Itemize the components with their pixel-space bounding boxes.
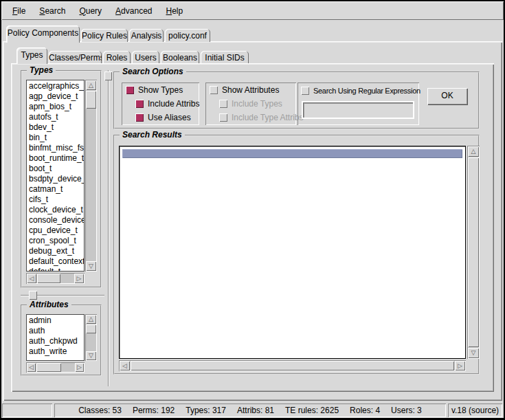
checkbox-indicator: [126, 86, 134, 94]
scroll-left-icon[interactable]: ◁: [27, 363, 36, 372]
tab-policy-components[interactable]: Policy Components: [6, 25, 80, 43]
attribute-list-item[interactable]: auth: [29, 326, 84, 336]
type-list-item[interactable]: cron_spool_t: [29, 236, 84, 246]
checkbox-label: Include Type Attribs: [232, 113, 304, 122]
pane-sash-handle[interactable]: [29, 291, 37, 300]
tab-roles[interactable]: Roles: [103, 51, 131, 63]
checkbox-label: Search Using Regular Expression: [313, 87, 420, 95]
checkbox-include-attribs[interactable]: Include Attribs: [135, 98, 199, 109]
checkbox-show-types[interactable]: Show Types: [126, 85, 183, 96]
checkbox-label: Include Attribs: [148, 99, 199, 109]
stat-attribs: Attribs: 81: [237, 406, 274, 415]
attribute-list-item[interactable]: admin: [29, 316, 84, 326]
scroll-down-icon[interactable]: ▽: [468, 348, 479, 358]
type-list-item[interactable]: cpu_device_t: [29, 225, 84, 236]
type-list-item[interactable]: autofs_t: [29, 112, 84, 122]
scroll-right-icon[interactable]: ▷: [455, 361, 465, 371]
scroll-up-icon[interactable]: △: [468, 146, 479, 157]
regex-input[interactable]: [303, 102, 413, 118]
search-results-title: Search Results: [120, 130, 185, 140]
scrollbar-thumb[interactable]: [86, 324, 96, 333]
statusbar-left: [2, 404, 52, 417]
scroll-down-icon[interactable]: ▽: [86, 261, 96, 271]
types-panel-title: Types: [27, 65, 56, 75]
scroll-up-icon[interactable]: △: [86, 315, 96, 324]
checkbox-label: Use Aliases: [148, 113, 191, 122]
type-list-item[interactable]: clock_device_t: [29, 205, 84, 215]
scrollbar-thumb[interactable]: [36, 363, 61, 372]
checkbox-label: Show Types: [138, 85, 183, 95]
checkbox-include-type-attribs[interactable]: Include Type Attribs: [219, 112, 304, 123]
menubar: File Search Query Advanced Help: [1, 1, 504, 20]
attributes-listbox[interactable]: adminauthauth_chkpwdauth_write: [26, 314, 85, 361]
type-list-item[interactable]: boot_runtime_t: [29, 153, 84, 164]
types-panel: Types accelgraphics_eagp_device_tapm_bio…: [21, 70, 102, 288]
tab-analysis[interactable]: Analysis: [129, 29, 164, 42]
attributes-hscrollbar[interactable]: ◁ ▷: [26, 362, 85, 373]
version-label: v.18 (source): [451, 406, 499, 415]
scrollbar-thumb[interactable]: [86, 91, 96, 109]
type-list-item[interactable]: default_t: [29, 267, 84, 272]
scrollbar-thumb[interactable]: [468, 157, 479, 347]
types-listbox[interactable]: accelgraphics_eagp_device_tapm_bios_taut…: [26, 80, 85, 272]
type-list-item[interactable]: binfmt_misc_fs: [29, 143, 84, 153]
text-selection-bar: [122, 149, 462, 158]
type-list-item[interactable]: boot_t: [29, 164, 84, 174]
scroll-right-icon[interactable]: ▷: [74, 274, 84, 283]
menu-search[interactable]: Search: [32, 3, 72, 19]
search-results-textarea[interactable]: [119, 146, 466, 359]
statusbar-stats: Classes: 53 Perms: 192 Types: 317 Attrib…: [54, 404, 446, 417]
type-list-item[interactable]: debug_ext_t: [29, 246, 84, 256]
attribute-list-item[interactable]: auth_write: [29, 346, 84, 357]
scroll-left-icon[interactable]: ◁: [27, 274, 36, 283]
tab-types[interactable]: Types: [16, 47, 47, 64]
type-list-item[interactable]: accelgraphics_e: [29, 81, 84, 91]
checkbox-show-attributes[interactable]: Show Attributes: [210, 85, 279, 96]
pane-sash-handle[interactable]: [104, 71, 112, 80]
tab-users[interactable]: Users: [132, 51, 159, 63]
type-list-item[interactable]: bsdpty_device_: [29, 174, 84, 184]
stat-te-rules: TE rules: 2625: [285, 406, 339, 415]
scrollbar-thumb[interactable]: [37, 274, 60, 283]
type-list-item[interactable]: apm_bios_t: [29, 102, 84, 112]
attribute-list-item[interactable]: auth_chkpwd: [29, 336, 84, 346]
results-vscrollbar[interactable]: △ ▽: [467, 146, 480, 359]
checkbox-use-regex[interactable]: Search Using Regular Expression: [301, 85, 420, 96]
checkbox-include-types[interactable]: Include Types: [219, 98, 282, 109]
search-options-title: Search Options: [120, 67, 186, 76]
tab-policy-rules[interactable]: Policy Rules: [81, 29, 128, 42]
show-attributes-group: Show Attributes Include Types Include Ty…: [205, 82, 296, 125]
tab-initial-sids[interactable]: Initial SIDs: [201, 51, 249, 63]
menu-help[interactable]: Help: [159, 3, 190, 19]
type-list-item[interactable]: cifs_t: [29, 195, 84, 205]
types-vscrollbar[interactable]: △ ▽: [85, 80, 97, 272]
menu-file[interactable]: File: [5, 3, 32, 19]
ok-button[interactable]: OK: [427, 88, 467, 104]
type-list-item[interactable]: console_device: [29, 215, 84, 225]
type-list-item[interactable]: bdev_t: [29, 122, 84, 133]
tab-policy-conf[interactable]: policy.conf: [165, 29, 210, 42]
menu-query[interactable]: Query: [72, 3, 109, 19]
tab-booleans[interactable]: Booleans: [161, 51, 199, 63]
scroll-right-icon[interactable]: ▷: [75, 363, 84, 372]
regex-group: Search Using Regular Expression: [298, 82, 419, 125]
type-list-item[interactable]: bin_t: [29, 133, 84, 143]
type-list-item[interactable]: default_context: [29, 256, 84, 267]
checkbox-use-aliases[interactable]: Use Aliases: [135, 112, 191, 123]
results-hscrollbar[interactable]: ◁ ▷: [119, 360, 466, 371]
types-hscrollbar[interactable]: ◁ ▷: [26, 273, 85, 284]
stat-types: Types: 317: [186, 406, 226, 415]
regex-entry-frame: [302, 101, 414, 119]
type-list-item[interactable]: catman_t: [29, 184, 84, 195]
type-list-item[interactable]: agp_device_t: [29, 91, 84, 102]
tab-classes-perms[interactable]: Classes/Perms: [49, 51, 102, 63]
menu-advanced[interactable]: Advanced: [109, 3, 159, 19]
attributes-panel: Attributes adminauthauth_chkpwdauth_writ…: [21, 305, 102, 376]
scroll-left-icon[interactable]: ◁: [120, 361, 130, 371]
stat-classes: Classes: 53: [78, 406, 122, 415]
attributes-vscrollbar[interactable]: △ ▽: [85, 314, 97, 361]
scrollbar-thumb[interactable]: [131, 361, 454, 371]
scroll-up-icon[interactable]: △: [86, 80, 96, 90]
scroll-down-icon[interactable]: ▽: [86, 351, 96, 360]
checkbox-indicator: [219, 100, 227, 108]
